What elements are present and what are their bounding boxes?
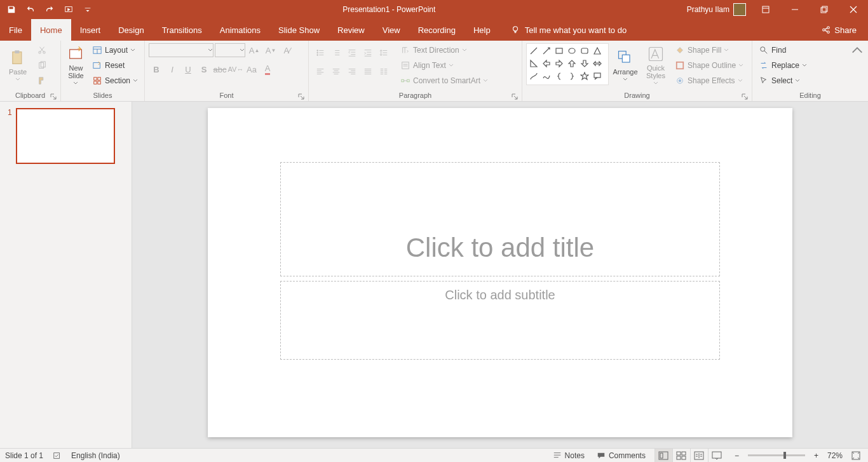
minimize-button[interactable] (780, 0, 810, 19)
shape-fill-button[interactable]: Shape Fill (672, 43, 746, 57)
shape-triangle-icon[interactable] (592, 45, 603, 57)
strikethrough-button[interactable]: abc (212, 62, 227, 76)
shape-right-arrow-icon[interactable] (553, 58, 565, 69)
tab-slideshow[interactable]: Slide Show (269, 19, 329, 41)
zoom-out-button[interactable]: − (732, 449, 742, 463)
shape-outline-button[interactable]: Shape Outline (672, 58, 746, 72)
align-center-button[interactable] (329, 65, 344, 79)
new-slide-button[interactable]: New Slide (65, 43, 87, 88)
quick-styles-button[interactable]: Quick Styles (642, 43, 670, 88)
increase-indent-button[interactable] (360, 46, 376, 60)
change-case-button[interactable]: Aa (244, 62, 259, 76)
tab-transitions[interactable]: Transitions (153, 19, 211, 41)
find-button[interactable]: Find (756, 43, 810, 57)
shape-line-icon[interactable] (528, 45, 539, 57)
zoom-slider-thumb[interactable] (783, 452, 786, 459)
drawing-dialog-launcher[interactable] (742, 91, 749, 99)
arrange-button[interactable]: Arrange (611, 43, 639, 88)
shape-rounded-rect-icon[interactable] (579, 45, 590, 57)
share-button[interactable]: Share (810, 19, 868, 41)
replace-button[interactable]: Replace (756, 58, 810, 72)
tab-help[interactable]: Help (465, 19, 499, 41)
slide-sorter-view-button[interactable] (672, 449, 690, 463)
shape-left-arrow-icon[interactable] (541, 58, 552, 69)
tab-recording[interactable]: Recording (409, 19, 465, 41)
bullets-button[interactable] (313, 46, 328, 60)
align-left-button[interactable] (313, 65, 328, 79)
font-color-button[interactable]: A (260, 62, 275, 76)
section-button[interactable]: Section (90, 74, 140, 88)
cut-button[interactable] (34, 43, 50, 57)
shape-curve-icon[interactable] (541, 71, 552, 82)
underline-button[interactable]: U (180, 62, 196, 76)
convert-smartart-button[interactable]: Convert to SmartArt (398, 74, 491, 88)
maximize-button[interactable] (810, 0, 839, 19)
zoom-percent[interactable]: 72% (827, 451, 843, 460)
collapse-ribbon-button[interactable] (850, 43, 864, 57)
slide-thumbnail-1[interactable]: 1 (8, 108, 124, 164)
columns-button[interactable] (376, 65, 391, 79)
shadow-button[interactable]: S (196, 62, 212, 76)
slide-counter[interactable]: Slide 1 of 1 (5, 451, 43, 460)
shape-connector-icon[interactable] (528, 71, 539, 82)
decrease-indent-button[interactable] (344, 46, 360, 60)
clipboard-dialog-launcher[interactable] (50, 91, 58, 99)
user-account[interactable]: Prathyu Ilam (682, 3, 751, 16)
save-button[interactable] (3, 1, 20, 18)
slide-editor[interactable]: Click to add title Click to add subtitle (132, 102, 868, 448)
tab-file[interactable]: File (0, 19, 31, 41)
layout-button[interactable]: Layout (90, 43, 140, 57)
tab-view[interactable]: View (374, 19, 409, 41)
close-button[interactable] (839, 0, 868, 19)
shape-rectangle-icon[interactable] (553, 45, 565, 57)
font-size-combo[interactable] (215, 43, 245, 57)
ribbon-display-options-button[interactable] (751, 0, 780, 19)
line-spacing-button[interactable] (376, 46, 391, 60)
subtitle-placeholder[interactable]: Click to add subtitle (280, 281, 720, 360)
zoom-in-button[interactable]: + (811, 449, 821, 463)
italic-button[interactable]: I (165, 62, 180, 76)
shape-left-brace-icon[interactable] (553, 71, 565, 82)
reset-button[interactable]: Reset (90, 58, 140, 72)
shape-double-arrow-icon[interactable] (592, 58, 603, 69)
tab-home[interactable]: Home (31, 19, 71, 41)
normal-view-button[interactable] (654, 449, 672, 463)
tell-me-search[interactable]: Tell me what you want to do (499, 19, 627, 41)
shape-down-arrow-icon[interactable] (579, 58, 590, 69)
undo-button[interactable] (22, 1, 39, 18)
fit-to-window-button[interactable] (849, 449, 863, 463)
character-spacing-button[interactable]: AV↔ (228, 62, 243, 76)
align-text-button[interactable]: Align Text (398, 58, 491, 72)
numbering-button[interactable] (329, 46, 344, 60)
font-dialog-launcher[interactable] (298, 91, 306, 99)
notes-button[interactable]: Notes (550, 449, 587, 463)
justify-button[interactable] (360, 65, 376, 79)
select-button[interactable]: Select (756, 74, 810, 88)
redo-button[interactable] (41, 1, 58, 18)
decrease-font-button[interactable]: A▼ (263, 43, 278, 57)
title-placeholder[interactable]: Click to add title (280, 162, 720, 276)
paste-button[interactable]: Paste (4, 43, 32, 88)
spellcheck-icon[interactable] (52, 451, 62, 461)
shape-effects-button[interactable]: Shape Effects (672, 74, 746, 88)
align-right-button[interactable] (344, 65, 360, 79)
language-indicator[interactable]: English (India) (71, 451, 120, 460)
clear-formatting-button[interactable]: A⁄ (280, 43, 295, 57)
increase-font-button[interactable]: A▲ (247, 43, 262, 57)
start-from-beginning-button[interactable] (60, 1, 78, 18)
shape-star-icon[interactable] (579, 71, 590, 82)
shape-arrow-icon[interactable] (541, 45, 552, 57)
slide-canvas[interactable]: Click to add title Click to add subtitle (208, 108, 792, 437)
reading-view-button[interactable] (690, 449, 708, 463)
shapes-gallery[interactable] (526, 43, 609, 85)
slideshow-view-button[interactable] (708, 449, 726, 463)
tab-animations[interactable]: Animations (211, 19, 269, 41)
comments-button[interactable]: Comments (593, 449, 648, 463)
shape-oval-icon[interactable] (566, 45, 578, 57)
bold-button[interactable]: B (149, 62, 164, 76)
tab-design[interactable]: Design (109, 19, 153, 41)
font-name-combo[interactable] (149, 43, 214, 57)
thumbnail-pane[interactable]: 1 (0, 102, 132, 448)
format-painter-button[interactable] (34, 74, 50, 88)
tab-insert[interactable]: Insert (71, 19, 110, 41)
